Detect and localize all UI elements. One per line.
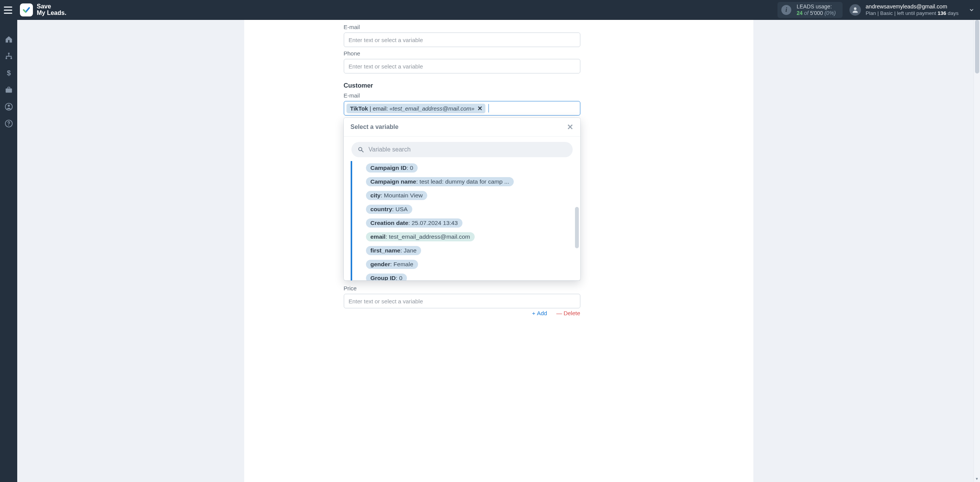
chip-field: email:: [372, 105, 388, 112]
sidebar: $: [0, 20, 17, 482]
add-button[interactable]: + Add: [532, 310, 547, 316]
delete-button[interactable]: — Delete: [556, 310, 580, 316]
variable-option[interactable]: city: Mountain View: [366, 191, 428, 200]
label-cust-email: E-mail: [344, 92, 654, 99]
variable-chip[interactable]: TikTok | email: «test_email_address@mail…: [346, 104, 486, 113]
email-input[interactable]: [344, 33, 580, 47]
form-card: E-mail Phone Customer E-mail TikTok | em…: [244, 20, 753, 482]
variable-option[interactable]: Creation date: 25.07.2024 13:43: [366, 218, 462, 228]
svg-point-7: [8, 105, 10, 107]
variable-list-scrollbar[interactable]: [575, 207, 579, 248]
label-price: Price: [344, 285, 654, 291]
variable-option[interactable]: Campaign name: test lead: dummy data for…: [366, 177, 514, 186]
leads-usage[interactable]: i LEADS usage: 24 of 5'000 (0%): [777, 2, 843, 18]
scroll-down-icon[interactable]: ▾: [974, 475, 980, 482]
usage-text: LEADS usage: 24 of 5'000 (0%): [797, 3, 836, 16]
scroll-thumb[interactable]: [975, 20, 979, 73]
svg-point-9: [8, 125, 9, 125]
variable-search-input[interactable]: [369, 146, 567, 153]
search-icon: [358, 146, 364, 153]
user-text: andrewsavemyleads@gmail.com Plan | Basic…: [866, 3, 959, 16]
minus-icon: —: [556, 310, 562, 316]
variable-panel: Select a variable ✕ Campaign ID: 0Campai…: [344, 118, 580, 280]
chip-remove-icon[interactable]: ✕: [477, 105, 482, 112]
plus-icon: +: [532, 310, 536, 316]
page: E-mail Phone Customer E-mail TikTok | em…: [17, 20, 980, 482]
brand-text: Save My Leads.: [37, 3, 66, 16]
menu-toggle[interactable]: [4, 5, 15, 15]
svg-rect-3: [10, 58, 12, 59]
topbar: Save My Leads. i LEADS usage: 24 of 5'00…: [0, 0, 980, 20]
nav-briefcase[interactable]: [0, 82, 17, 98]
svg-line-11: [361, 150, 363, 152]
nav-help[interactable]: [0, 116, 17, 132]
variable-search[interactable]: [351, 142, 573, 157]
variable-option[interactable]: Group ID: 0: [366, 274, 407, 280]
nav-billing[interactable]: $: [0, 65, 17, 81]
svg-text:$: $: [7, 69, 10, 77]
label-email: E-mail: [344, 24, 654, 30]
info-icon: i: [781, 5, 791, 15]
close-icon[interactable]: ✕: [567, 122, 573, 132]
variable-option[interactable]: country: USA: [366, 205, 412, 214]
text-caret: [488, 104, 489, 112]
nav-account[interactable]: [0, 99, 17, 115]
nav-home[interactable]: [0, 31, 17, 47]
chip-source: TikTok: [350, 105, 368, 112]
variable-panel-title: Select a variable: [351, 124, 399, 130]
brand[interactable]: Save My Leads.: [20, 3, 66, 16]
svg-rect-1: [8, 53, 10, 54]
section-customer: Customer: [344, 82, 654, 89]
variable-option[interactable]: email: test_email_address@mail.com: [366, 232, 475, 241]
user-menu[interactable]: andrewsavemyleads@gmail.com Plan | Basic…: [849, 3, 975, 16]
logo-icon: [20, 3, 33, 16]
svg-point-0: [854, 7, 857, 10]
chip-value: «test_email_address@mail.com»: [389, 105, 474, 112]
chip-sep: |: [369, 105, 371, 112]
nav-connections[interactable]: [0, 48, 17, 64]
label-phone: Phone: [344, 50, 654, 57]
variable-option[interactable]: first_name: Jane: [366, 246, 421, 255]
row-actions: + Add — Delete: [344, 310, 580, 316]
avatar-icon: [849, 4, 861, 16]
price-input[interactable]: [344, 294, 580, 308]
variable-list[interactable]: Campaign ID: 0Campaign name: test lead: …: [351, 161, 580, 280]
variable-option[interactable]: Campaign ID: 0: [366, 163, 418, 173]
svg-rect-5: [5, 88, 12, 93]
phone-input[interactable]: [344, 59, 580, 73]
customer-email-input[interactable]: TikTok | email: «test_email_address@mail…: [344, 101, 580, 116]
page-scrollbar[interactable]: ▴ ▾: [973, 20, 980, 482]
chevron-down-icon: [969, 7, 975, 13]
variable-option[interactable]: gender: Female: [366, 260, 418, 269]
svg-rect-2: [5, 58, 7, 59]
